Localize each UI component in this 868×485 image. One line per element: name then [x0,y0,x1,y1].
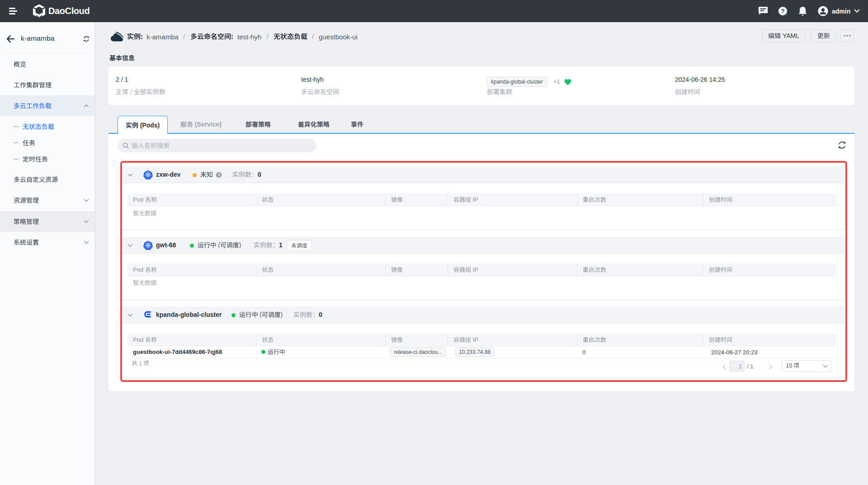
svg-text:?: ? [781,8,784,14]
svg-text:?: ? [217,173,220,177]
